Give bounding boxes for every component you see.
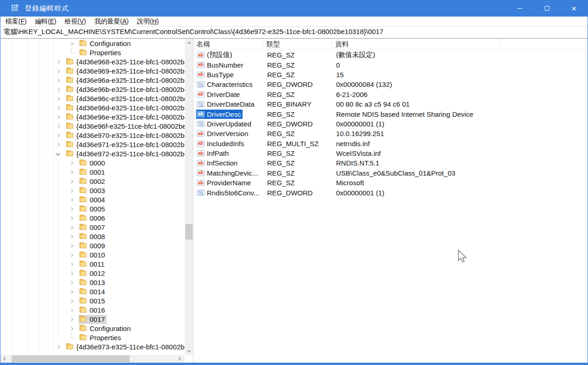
value-row[interactable]: 011110Rndis5to6Conv...REG_DWORD0x0000000… [194, 188, 588, 197]
expander-icon[interactable] [68, 169, 75, 176]
expander-icon[interactable] [54, 86, 62, 93]
tree-item[interactable]: Configuration [0, 39, 185, 48]
tree-horizontal-scrollbar[interactable] [0, 355, 184, 363]
value-row[interactable]: abDriverDescREG_SZRemote NDIS based Inte… [194, 109, 588, 119]
expander-icon[interactable] [68, 215, 75, 222]
tree-item[interactable]: 0003 [0, 186, 185, 195]
tree-vertical-scrollbar[interactable] [185, 39, 193, 355]
tree-item[interactable]: {4d36e96b-e325-11ce-bfc1-08002be10318} [0, 85, 185, 94]
tree-item[interactable]: {4d36e96c-e325-11ce-bfc1-08002be10318} [0, 94, 185, 103]
tree-item[interactable]: 0009 [0, 241, 185, 251]
expander-icon[interactable] [68, 288, 75, 296]
expander-icon[interactable] [68, 224, 75, 231]
value-row[interactable]: abMatchingDevic...REG_SZUSB\Class_e0&Sub… [194, 168, 588, 178]
scroll-down-button[interactable] [185, 347, 193, 355]
tree-item[interactable]: 0014 [0, 287, 185, 297]
expander-icon[interactable] [68, 187, 75, 194]
tree-item[interactable]: {4d36e968-e325-11ce-bfc1-08002be10318} [0, 57, 185, 67]
expander-icon[interactable] [54, 150, 62, 158]
tree-item[interactable]: {4d36e96a-e325-11ce-bfc1-08002be10318} [0, 76, 185, 85]
expander-icon[interactable] [54, 77, 62, 84]
maximize-button[interactable] [533, 0, 560, 17]
expander-icon[interactable] [54, 95, 62, 103]
tree-item[interactable]: {4d36e971-e325-11ce-bfc1-08002be10318} [0, 140, 185, 149]
value-row[interactable]: 011110DriverDateDataREG_BINARY00 80 8c a… [194, 99, 588, 109]
tree-item[interactable]: Configuration [0, 324, 185, 333]
value-row[interactable]: ab(預設值)REG_SZ(數值未設定) [194, 50, 588, 60]
value-row[interactable]: abInfSectionREG_SZRNDIS.NT.5.1 [194, 158, 588, 168]
value-row[interactable]: abDriverVersionREG_SZ10.0.16299.251 [194, 129, 588, 138]
tree-item[interactable]: 0017 [0, 315, 185, 324]
expander-icon[interactable] [54, 114, 62, 121]
expander-icon[interactable] [54, 68, 62, 75]
column-header-1[interactable]: 類型 [263, 39, 332, 50]
value-row[interactable]: abBusTypeREG_SZ15 [194, 70, 588, 80]
expander-icon[interactable] [68, 297, 75, 305]
close-button[interactable]: × [560, 0, 588, 17]
value-row[interactable]: 011110CharacteristicsREG_DWORD0x00000084… [194, 80, 588, 89]
tree-item[interactable]: Properties [0, 333, 185, 342]
minimize-button[interactable] [506, 0, 533, 17]
value-row[interactable]: abInfPathREG_SZWceISVista.inf [194, 148, 588, 158]
horizontal-scroll-thumb[interactable] [11, 355, 130, 362]
value-row[interactable]: abDriverDateREG_SZ6-21-2006 [194, 90, 588, 99]
tree-item[interactable]: 0010 [0, 251, 185, 260]
value-row[interactable]: abBusNumberREG_SZ0 [194, 60, 588, 69]
tree-item[interactable]: 0008 [0, 232, 185, 241]
vertical-scroll-thumb[interactable] [185, 224, 193, 240]
tree-item[interactable]: {4d36e96e-e325-11ce-bfc1-08002be10318} [0, 113, 185, 122]
expander-icon[interactable] [68, 233, 75, 240]
expander-icon[interactable] [68, 196, 75, 204]
tree-item[interactable]: 0000 [0, 159, 185, 168]
tree-item[interactable]: 0016 [0, 306, 185, 315]
expander-icon[interactable] [68, 205, 75, 213]
tree-item[interactable]: {4d36e96d-e325-11ce-bfc1-08002be10318} [0, 103, 185, 113]
expander-icon[interactable] [68, 307, 75, 314]
scroll-right-button[interactable] [176, 355, 183, 363]
menu-item-H[interactable]: 說明(H) [133, 17, 163, 26]
expander-icon[interactable] [68, 160, 75, 167]
tree-item[interactable]: 0007 [0, 223, 185, 232]
tree-item[interactable]: 0004 [0, 195, 185, 205]
expander-icon[interactable] [54, 58, 62, 66]
column-header-0[interactable]: 名稱 [194, 39, 263, 50]
tree-item[interactable]: {4d36e972-e325-11ce-bfc1-08002be10318} [0, 149, 185, 159]
value-row[interactable]: abIncludedInfsREG_MULTI_SZnetrndis.inf [194, 139, 588, 148]
expander-icon[interactable] [68, 261, 75, 268]
tree-item[interactable]: 0011 [0, 260, 185, 269]
menu-item-E[interactable]: 編輯(E) [31, 17, 61, 26]
expander-icon[interactable] [68, 316, 75, 323]
tree-item[interactable]: {4d36e96f-e325-11ce-bfc1-08002be10318} [0, 122, 185, 131]
menu-item-V[interactable]: 檢視(V) [61, 17, 91, 26]
expander-icon[interactable] [54, 123, 62, 130]
expander-icon[interactable] [54, 343, 62, 351]
tree-item[interactable]: 0005 [0, 205, 185, 214]
tree-item[interactable]: 0012 [0, 269, 185, 278]
expander-icon[interactable] [54, 104, 62, 112]
tree-item[interactable]: 0015 [0, 297, 185, 306]
expander-icon[interactable] [68, 178, 75, 185]
scroll-up-button[interactable] [185, 39, 193, 46]
tree-item[interactable]: 0006 [0, 214, 185, 223]
expander-icon[interactable] [68, 251, 75, 259]
tree-item[interactable]: Properties [0, 48, 185, 57]
column-header-2[interactable]: 資料 [332, 39, 501, 50]
tree-item[interactable]: 0002 [0, 177, 185, 186]
tree-item[interactable]: {4d36e973-e325-11ce-bfc1-08002be10318} [0, 342, 185, 352]
expander-icon[interactable] [54, 141, 62, 148]
expander-icon[interactable] [68, 279, 75, 286]
menu-item-A[interactable]: 我的最愛(A) [90, 17, 133, 26]
value-row[interactable]: 011110DriverUpdatedREG_DWORD0x00000001 (… [194, 119, 588, 129]
tree-item[interactable]: {4d36e970-e325-11ce-bfc1-08002be10318} [0, 131, 185, 140]
address-input[interactable] [0, 27, 588, 38]
tree-item[interactable]: {4d36e969-e325-11ce-bfc1-08002be10318} [0, 67, 185, 76]
tree-item[interactable]: 0013 [0, 278, 185, 287]
expander-icon[interactable] [68, 325, 75, 332]
expander-icon[interactable] [68, 242, 75, 250]
menu-item-F[interactable]: 檔案(F) [1, 17, 31, 26]
scroll-left-button[interactable] [0, 355, 8, 363]
value-row[interactable]: abProviderNameREG_SZMicrosoft [194, 178, 588, 188]
tree-item[interactable]: 0001 [0, 168, 185, 177]
expander-icon[interactable] [68, 270, 75, 277]
expander-icon[interactable] [68, 40, 75, 47]
